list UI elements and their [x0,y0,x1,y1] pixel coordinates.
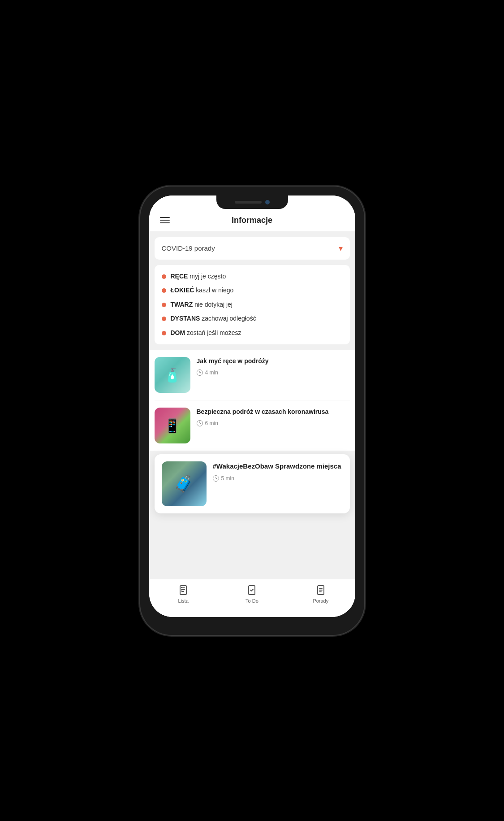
hamburger-icon [160,220,170,221]
screen: Informacje COVID-19 porady ▾ RĘCE myj je… [149,195,355,617]
tip-text: RĘCE myj je często [171,272,226,281]
clock-icon [197,420,203,426]
time-label: 5 min [221,475,234,482]
bullet-icon [162,331,166,335]
nav-item-porady[interactable]: Porady [303,584,339,604]
featured-info: #WakacjeBezObaw Sprawdzone miejsca 5 min [213,461,343,506]
article-card[interactable]: 🧴 Jak myć ręce w podróży 4 min [155,350,350,400]
chevron-down-icon: ▾ [339,243,343,253]
tips-list: RĘCE myj je często ŁOKIEĆ kaszl w niego … [155,265,350,345]
scroll-content[interactable]: COVID-19 porady ▾ RĘCE myj je często ŁOK… [149,232,355,579]
dropdown-label: COVID-19 porady [162,244,215,252]
svg-rect-7 [181,591,182,591]
dropdown[interactable]: COVID-19 porady ▾ [155,237,350,260]
page-title: Informacje [232,216,272,225]
featured-title: #WakacjeBezObaw Sprawdzone miejsca [213,461,343,471]
speaker [235,201,262,204]
bullet-icon [162,288,166,293]
notch [216,195,288,209]
article-info: Bezpieczna podróż w czasach koronawirusa… [197,408,350,426]
nav-item-todo[interactable]: To Do [234,584,270,604]
lista-icon [177,584,190,596]
luggage-image: 🧳 [162,461,207,506]
time-label: 6 min [205,420,218,426]
clock-icon [197,369,203,376]
article-time: 4 min [197,369,350,376]
hands-image: 🧴 [155,357,190,393]
article-info: Jak myć ręce w podróży 4 min [197,357,350,376]
tip-text: TWARZ nie dotykaj jej [171,300,233,309]
tip-text: DOM zostań jeśli możesz [171,329,241,338]
article-time: 6 min [197,420,350,426]
bottom-nav: Lista To Do [149,579,355,617]
svg-rect-6 [181,589,182,590]
article-time: 5 min [213,475,343,482]
bullet-icon [162,317,166,321]
tip-item: RĘCE myj je często [162,272,343,281]
nav-label-todo: To Do [246,598,258,604]
svg-rect-5 [181,587,182,588]
nav-item-lista[interactable]: Lista [165,584,201,604]
article-thumbnail: 📱 [155,408,190,443]
featured-card[interactable]: 🧳 #WakacjeBezObaw Sprawdzone miejsca 5 m… [155,454,350,513]
hamburger-button[interactable] [160,217,170,223]
articles-section: 🧴 Jak myć ręce w podróży 4 min [149,350,355,451]
tip-item: DYSTANS zachowaj odległość [162,314,343,323]
tip-item: DOM zostań jeśli możesz [162,329,343,338]
bullet-icon [162,274,166,279]
tip-text: DYSTANS zachowaj odległość [171,314,256,323]
article-title: Jak myć ręce w podróży [197,357,350,366]
phone-wrapper: Informacje COVID-19 porady ▾ RĘCE myj je… [131,175,373,646]
phone-frame: Informacje COVID-19 porady ▾ RĘCE myj je… [140,187,364,635]
featured-thumbnail: 🧳 [162,461,207,506]
time-label: 4 min [205,369,218,376]
camera [265,200,270,204]
tip-text: ŁOKIEĆ kaszl w niego [171,286,234,295]
tip-item: TWARZ nie dotykaj jej [162,300,343,309]
nav-label-lista: Lista [178,598,189,604]
app-content: Informacje COVID-19 porady ▾ RĘCE myj je… [149,195,355,617]
todo-icon [246,584,258,596]
phone-image: 📱 [155,408,190,443]
article-title: Bezpieczna podróż w czasach koronawirusa [197,408,350,417]
nav-label-porady: Porady [313,598,328,604]
article-thumbnail: 🧴 [155,357,190,393]
tip-item: ŁOKIEĆ kaszl w niego [162,286,343,295]
bullet-icon [162,303,166,307]
hamburger-icon [160,217,170,218]
porady-icon [314,584,327,596]
article-card[interactable]: 📱 Bezpieczna podróż w czasach koronawiru… [155,400,350,451]
hamburger-icon [160,222,170,223]
clock-icon [213,475,219,482]
